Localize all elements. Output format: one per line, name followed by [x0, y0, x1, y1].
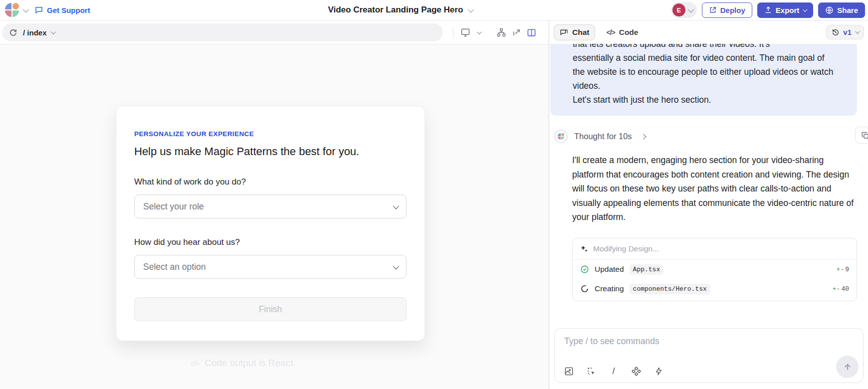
file-chip[interactable]: App.tsx: [630, 264, 664, 275]
get-support-label: Get Support: [47, 6, 90, 14]
arrow-up-icon: [843, 362, 853, 372]
version-selector[interactable]: v1: [826, 25, 864, 39]
copy-icon: [862, 132, 868, 139]
chevron-down-icon: [468, 6, 474, 12]
quick-actions-icon[interactable]: [653, 366, 663, 376]
preview-viewport: PERSONALIZE YOUR EXPERIENCE Help us make…: [0, 44, 549, 389]
open-in-new-tab-icon[interactable]: [511, 27, 522, 38]
code-output-note: </> Code output is React.: [88, 358, 398, 369]
get-support-link[interactable]: Get Support: [34, 5, 90, 14]
modal-heading: Help us make Magic Patterns the best for…: [134, 145, 407, 158]
tab-chat-label: Chat: [572, 28, 589, 37]
preview-toolbar: / index: [0, 20, 549, 44]
globe-icon: [825, 6, 834, 14]
tab-code[interactable]: </> Code: [600, 24, 644, 40]
attach-image-icon[interactable]: [564, 366, 574, 376]
chat-header: Chat </> Code v1: [550, 20, 868, 44]
user-message: that lets creators upload and share thei…: [550, 44, 857, 116]
user-message-para1: essentially a social media site for vide…: [573, 51, 837, 93]
select-element-icon[interactable]: [586, 366, 596, 376]
workspace-menu[interactable]: [5, 3, 27, 17]
role-select-value: Select your role: [143, 201, 204, 212]
referral-select[interactable]: Select an option: [134, 255, 407, 279]
chat-bubble-icon: [34, 5, 43, 14]
split-view-icon[interactable]: [526, 27, 537, 38]
component-tree-icon[interactable]: [496, 27, 507, 38]
modal-eyebrow: PERSONALIZE YOUR EXPERIENCE: [134, 130, 407, 138]
assistant-message: I'll create a modern, engaging hero sect…: [572, 153, 856, 224]
chat-input[interactable]: [564, 336, 823, 347]
app-window: Get Support Video Creator Landing Page H…: [0, 0, 868, 389]
project-title-menu[interactable]: Video Creator Landing Page Hero: [130, 5, 671, 15]
diff-stat: +-9: [837, 266, 849, 273]
finish-button[interactable]: Finish: [134, 297, 407, 321]
code-icon: </>: [606, 28, 615, 36]
share-button[interactable]: Share: [818, 2, 865, 18]
chevron-down-icon: [393, 263, 400, 269]
share-label: Share: [837, 6, 858, 14]
account-menu[interactable]: E: [671, 2, 697, 18]
preview-panel: / index: [0, 20, 549, 389]
status-action: Updated: [595, 265, 624, 274]
user-message-clipped-line: that lets creators upload and share thei…: [573, 44, 837, 51]
status-row-updated[interactable]: Updated App.tsx +-9: [573, 260, 857, 279]
thought-row[interactable]: Thought for 10s: [554, 130, 868, 143]
magic-patterns-logo-icon: [558, 133, 564, 140]
chat-panel: Chat </> Code v1 that lets creators uplo…: [550, 20, 868, 389]
spinner-icon: [580, 284, 589, 293]
external-link-icon: [709, 6, 717, 14]
thought-label: Thought for 10s: [574, 132, 632, 141]
chevron-down-icon: [855, 29, 860, 34]
tab-chat[interactable]: Chat: [554, 24, 595, 40]
chat-messages: that lets creators upload and share thei…: [550, 44, 868, 303]
device-desktop-icon[interactable]: [460, 27, 471, 38]
top-header: Get Support Video Creator Landing Page H…: [0, 0, 868, 20]
chevron-down-icon: [23, 6, 29, 12]
chevron-down-icon: [687, 6, 694, 12]
components-icon[interactable]: [631, 366, 641, 376]
referral-select-value: Select an option: [143, 262, 206, 272]
status-row-creating[interactable]: Creating components/Hero.tsx +-40: [573, 279, 857, 301]
chevron-down-icon: [803, 7, 808, 12]
sparkle-icon: [580, 245, 588, 253]
magic-patterns-logo-icon: [5, 3, 19, 17]
status-action: Creating: [595, 284, 624, 293]
status-card-title: Modifying Design...: [593, 244, 659, 253]
avatar: E: [672, 3, 685, 16]
referral-field-label: How did you hear about us?: [134, 237, 407, 247]
code-icon: </>: [190, 359, 200, 368]
file-chip[interactable]: components/Hero.tsx: [630, 284, 710, 294]
refresh-icon[interactable]: [9, 28, 17, 37]
status-card: Modifying Design... Updated App.tsx +-9: [572, 238, 857, 301]
user-message-para2: Let's start with just the hero section.: [573, 93, 837, 107]
breadcrumb: / index: [23, 28, 54, 37]
composer: /: [554, 328, 864, 383]
deploy-button[interactable]: Deploy: [702, 2, 752, 18]
code-output-label: Code output is React.: [205, 358, 296, 369]
page-title: Video Creator Landing Page Hero: [328, 5, 463, 15]
composer-toolbar: /: [564, 366, 663, 376]
status-card-header: Modifying Design...: [573, 238, 857, 260]
export-label: Export: [776, 6, 800, 14]
deploy-label: Deploy: [720, 6, 745, 14]
upload-icon: [764, 6, 772, 14]
role-field-label: What kind of work do you do?: [134, 177, 407, 187]
history-icon: [832, 28, 840, 36]
chevron-down-icon: [393, 202, 400, 209]
chevron-down-icon[interactable]: [50, 29, 55, 34]
export-button[interactable]: Export: [757, 2, 814, 18]
toolbar-divider: [453, 26, 453, 38]
chat-bubble-icon: [560, 28, 568, 36]
tab-code-label: Code: [619, 28, 639, 37]
slash-command-icon[interactable]: /: [609, 366, 619, 376]
send-button[interactable]: [836, 356, 859, 378]
version-label: v1: [843, 28, 852, 36]
url-bar[interactable]: / index: [2, 23, 443, 41]
chevron-right-icon[interactable]: [641, 134, 646, 139]
role-select[interactable]: Select your role: [134, 194, 407, 218]
check-circle-icon: [580, 265, 589, 274]
copy-message-button[interactable]: [855, 127, 868, 144]
diff-stat: +-40: [833, 285, 849, 293]
personalize-modal: PERSONALIZE YOUR EXPERIENCE Help us make…: [116, 106, 425, 341]
device-chevron-icon[interactable]: [475, 27, 482, 38]
